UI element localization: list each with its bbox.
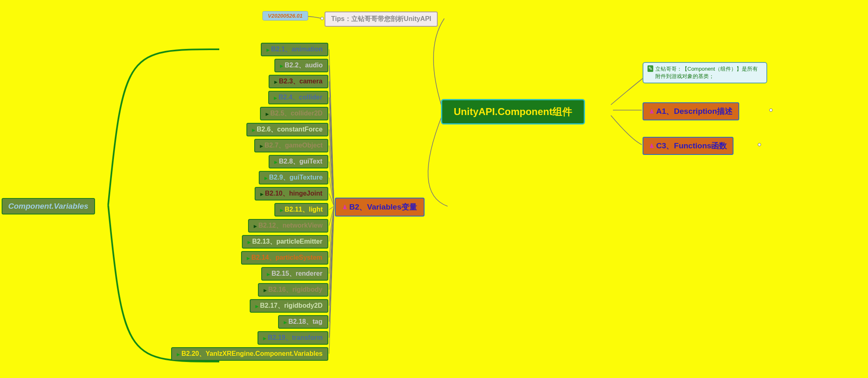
root-note: ✎ 立钻哥哥：【Component（组件）】是所有附件到游戏对象的基类； <box>643 62 767 83</box>
b2-item-16[interactable]: ▸B2.16、rigidbody <box>258 283 328 297</box>
b2-item-17[interactable]: ▸B2.17、rigidbody2D <box>250 299 328 313</box>
flag-icon: ▸ <box>252 127 255 133</box>
a1-pin <box>769 108 773 112</box>
c3-pin <box>758 143 761 146</box>
b2-item-label: B2.16、rigidbody <box>268 286 323 294</box>
b2-item-7[interactable]: ▸B2.7、gameObject <box>254 139 328 152</box>
tips-pin <box>320 17 324 20</box>
person-icon: ♟ <box>342 204 348 210</box>
b2-item-4[interactable]: ▸B2.4、collider <box>268 91 328 104</box>
connectors <box>0 0 868 378</box>
b2-item-label: B2.3、camera <box>279 77 323 86</box>
flag-icon: ▸ <box>260 191 263 197</box>
root-note-text: 立钻哥哥：【Component（组件）】是所有附件到游戏对象的基类； <box>655 65 762 80</box>
b2-item-15[interactable]: ▸B2.15、renderer <box>261 267 328 281</box>
b2-item-11[interactable]: ▸B2.11、light <box>274 203 328 217</box>
b2-item-label: B2.13、particleEmitter <box>252 237 323 246</box>
b2-item-label: B2.12、networkView <box>258 221 323 230</box>
flag-icon: ▸ <box>267 271 270 277</box>
flag-icon: ▸ <box>280 62 283 69</box>
flag-icon: ▸ <box>284 319 287 325</box>
b2-item-13[interactable]: ▸B2.13、particleEmitter <box>242 235 328 249</box>
b2-item-label: B2.9、guiTexture <box>269 173 323 182</box>
b2-item-label: B2.18、tag <box>288 318 323 326</box>
flag-icon: ▸ <box>274 78 277 85</box>
b2-item-19[interactable]: ▸B2.19、transform <box>258 331 328 345</box>
flag-icon: ▸ <box>263 335 266 341</box>
b2-item-label: B2.19、transform <box>268 334 323 342</box>
version-badge: V20200526.01 <box>262 11 308 21</box>
b2-item-label: B2.4、collider <box>279 93 323 102</box>
root-node[interactable]: UnityAPI.Component组件 <box>441 99 585 124</box>
flag-icon: ▸ <box>255 303 258 309</box>
b2-item-label: B2.17、rigidbody2D <box>260 302 323 310</box>
root-title: UnityAPI.Component组件 <box>454 106 572 117</box>
flag-icon: ▸ <box>177 351 180 357</box>
flag-icon: ▸ <box>274 159 277 165</box>
b2-item-label: B2.10、hingeJoint <box>265 189 323 198</box>
b2-item-8[interactable]: ▸B2.8、guiText <box>269 155 328 168</box>
b2-item-10[interactable]: ▸B2.10、hingeJoint <box>255 187 328 201</box>
b2-item-label: B2.14、particleSystem <box>251 254 323 262</box>
b2-item-label: B2.11、light <box>285 205 323 214</box>
b2-item-20[interactable]: ▸B2.20、YanlzXREngine.Component.Variables <box>171 347 328 361</box>
flag-icon: ▸ <box>265 175 267 181</box>
a1-node[interactable]: ♟ A1、Description描述 <box>643 102 739 120</box>
b2-item-label: B2.8、guiText <box>279 157 323 166</box>
b2-item-6[interactable]: ▸B2.6、constantForce <box>246 123 328 136</box>
c3-node[interactable]: ♟ C3、Functions函数 <box>643 137 733 155</box>
b2-item-18[interactable]: ▸B2.18、tag <box>278 315 328 329</box>
flag-icon: ▸ <box>264 287 267 293</box>
person-icon: ♟ <box>649 143 654 149</box>
b2-item-label: B2.1、animation <box>271 45 323 54</box>
b2-item-14[interactable]: ▸B2.14、particleSystem <box>241 251 328 265</box>
b2-item-3[interactable]: ▸B2.3、camera <box>269 75 328 88</box>
tips-node[interactable]: Tips：立钻哥哥带您剖析UnityAPI <box>325 12 438 27</box>
b2-item-9[interactable]: ▸B2.9、guiTexture <box>259 171 328 184</box>
flag-icon: ▸ <box>254 223 257 229</box>
b2-item-label: B2.7、gameObject <box>265 141 323 150</box>
b2-title: B2、Variables变量 <box>349 202 417 212</box>
flag-icon: ▸ <box>267 46 269 53</box>
flag-icon: ▸ <box>260 143 263 149</box>
flag-icon: ▸ <box>274 94 277 101</box>
flag-icon: ▸ <box>247 255 250 261</box>
b2-item-2[interactable]: ▸B2.2、audio <box>274 59 328 72</box>
c3-text: C3、Functions函数 <box>656 141 727 151</box>
b2-item-label: B2.6、constantForce <box>257 125 323 134</box>
b2-item-label: B2.2、audio <box>285 61 323 70</box>
flag-icon: ▸ <box>248 239 251 245</box>
b2-item-12[interactable]: ▸B2.12、networkView <box>248 219 328 233</box>
note-icon: ✎ <box>648 65 653 72</box>
b2-item-5[interactable]: ▸B2.5、collider2D <box>260 107 328 120</box>
flag-icon: ▸ <box>280 207 283 213</box>
flag-icon: ▸ <box>266 111 269 117</box>
a1-text: A1、Description描述 <box>656 106 733 117</box>
version-text: V20200526.01 <box>268 13 303 19</box>
b2-node[interactable]: ♟ B2、Variables变量 <box>335 198 425 217</box>
b2-item-label: B2.5、collider2D <box>270 109 323 118</box>
b2-item-label: B2.15、renderer <box>272 270 323 278</box>
caption-node[interactable]: Component.Variables <box>2 198 95 214</box>
b2-item-label: B2.20、YanlzXREngine.Component.Variables <box>181 350 323 358</box>
person-icon: ♟ <box>649 108 654 115</box>
caption-text: Component.Variables <box>8 202 88 211</box>
tips-text: Tips：立钻哥哥带您剖析UnityAPI <box>331 15 431 23</box>
b2-item-1[interactable]: ▸B2.1、animation <box>261 43 328 56</box>
